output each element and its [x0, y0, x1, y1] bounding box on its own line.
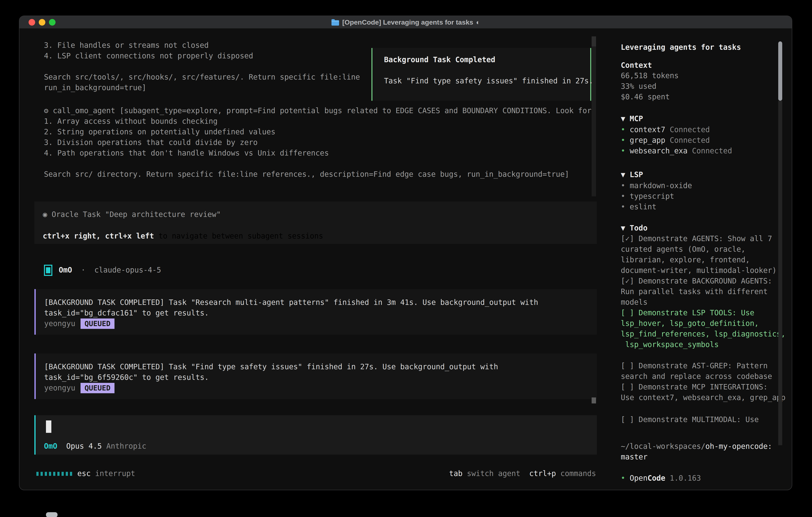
agent-name: OmO: [59, 266, 72, 274]
todo-line-active: lsp_hover, lsp_goto_definition,: [621, 318, 759, 329]
main-scrollbar-track[interactable]: [591, 36, 596, 196]
todo-line: [ ] Demonstrate MCP INTEGRATIONS:: [621, 382, 767, 392]
oracle-task-line: ◉ Oracle Task "Deep architecture review": [43, 209, 221, 220]
todo-line-active: [ ] Demonstrate LSP TOOLS: Use: [621, 307, 754, 318]
mcp-section-header[interactable]: ▼ MCP: [621, 113, 643, 124]
mcp-item: • context7 Connected: [621, 124, 710, 135]
oracle-hint-line: ctrl+x right, ctrl+x left to navigate be…: [43, 231, 323, 241]
tool-call-tail: Search src/ directory. Return specific f…: [44, 169, 569, 180]
desktop: [OpenCode] Leveraging agents for tasks ◐…: [0, 0, 812, 517]
todo-section-header[interactable]: ▼ Todo: [621, 223, 647, 233]
workspace-branch: master: [621, 452, 647, 462]
text-cursor: [46, 420, 51, 433]
lsp-name: eslint: [630, 202, 657, 211]
input-provider: Anthropic: [106, 442, 146, 451]
status-badge: QUEUED: [81, 319, 115, 329]
status-badge: QUEUED: [81, 383, 115, 393]
main-scrollbar-thumb[interactable]: [591, 36, 596, 46]
transcript-line: 4. LSP client connections not properly d…: [44, 51, 253, 61]
record-icon: ◉: [43, 210, 47, 219]
agent-avatar-icon: [44, 265, 52, 276]
context-header: Context: [621, 60, 652, 71]
author-name: yeongyu: [44, 319, 75, 328]
transcript-line: run_in_background=true]: [44, 82, 146, 93]
input-model: Opus 4.5: [66, 442, 102, 451]
statusbar-right: tab switch agent ctrl+p commands: [449, 468, 596, 479]
workspace-path: ~/local-workspaces/oh-my-opencode:: [621, 441, 772, 452]
status-dot-icon: •: [621, 146, 625, 155]
mcp-status: Connected: [670, 136, 710, 144]
task-line-1: [BACKGROUND TASK COMPLETED] Task "Resear…: [44, 297, 538, 308]
lsp-name: markdown-oxide: [630, 181, 692, 190]
sidebar-scrollbar-track[interactable]: [778, 101, 782, 445]
todo-line-active: lsp_workspace_symbols: [621, 339, 719, 350]
status-dot-icon: •: [621, 474, 625, 483]
author-name: yeongyu: [44, 384, 75, 392]
background-task-message[interactable]: [BACKGROUND TASK COMPLETED] Task "Find t…: [34, 353, 597, 399]
app-name-bold: Code: [647, 474, 665, 483]
proxy-status-icon: ◐: [476, 19, 480, 26]
bullet-icon: •: [621, 181, 625, 190]
mcp-name: context7: [630, 125, 665, 134]
tool-call-item: 2. String operations on potentially unde…: [44, 127, 275, 137]
esc-label: interrupt: [95, 469, 135, 478]
ctrlp-key: ctrl+p: [529, 469, 556, 478]
path-prefix: ~/local-workspaces/: [621, 442, 705, 451]
input-agent: OmO: [44, 442, 57, 451]
background-task-message[interactable]: [BACKGROUND TASK COMPLETED] Task "Resear…: [34, 289, 597, 335]
lsp-section-header[interactable]: ▼ LSP: [621, 169, 643, 180]
esc-key: esc: [77, 469, 91, 478]
todo-line: models: [621, 297, 647, 307]
window-titlebar[interactable]: [OpenCode] Leveraging agents for tasks ◐: [19, 16, 792, 28]
minimize-button[interactable]: [39, 19, 46, 26]
lsp-item: • typescript: [621, 191, 674, 201]
mcp-item: • websearch_exa Connected: [621, 145, 732, 156]
close-button[interactable]: [29, 19, 35, 26]
task-line-2: task_id="bg_6f59260c" to get results.: [44, 372, 209, 383]
mcp-status: Connected: [692, 146, 732, 155]
todo-line: [ ] Demonstrate MULTIMODAL: Use: [621, 414, 759, 425]
app-version-line: • OpenCode 1.0.163: [621, 473, 701, 483]
toast-title: Background Task Completed: [384, 54, 495, 65]
zoom-button[interactable]: [49, 19, 56, 26]
context-spent: $0.46 spent: [621, 91, 670, 102]
main-scrollbar-marker[interactable]: [591, 398, 596, 404]
todo-line: [✓] Demonstrate BACKGROUND AGENTS:: [621, 276, 772, 286]
task-line-1: [BACKGROUND TASK COMPLETED] Task "Find t…: [44, 361, 498, 372]
tool-call-item: 4. Path operations that don't handle Win…: [44, 148, 329, 158]
opencode-terminal-window: [OpenCode] Leveraging agents for tasks ◐…: [19, 16, 792, 490]
tab-key: tab: [449, 469, 463, 478]
folder-icon: [331, 19, 340, 26]
session-title: Leveraging agents for tasks: [621, 42, 741, 53]
mcp-name: websearch_exa: [630, 146, 688, 155]
toast-body: Task "Find type safety issues" finished …: [384, 76, 593, 86]
statusbar-left: esc interrupt: [77, 468, 135, 479]
ctrlp-label: commands: [560, 469, 596, 478]
app-version: 1.0.163: [670, 474, 701, 483]
window-title: [OpenCode] Leveraging agents for tasks: [342, 19, 473, 26]
chevron-down-icon: ▼: [621, 114, 625, 123]
mcp-status: Connected: [670, 125, 710, 134]
bullet-icon: •: [621, 202, 625, 211]
path-project: oh-my-opencode:: [705, 442, 772, 451]
sidebar-scrollbar-thumb[interactable]: [778, 42, 782, 101]
mcp-item: • grep_app Connected: [621, 135, 710, 145]
traffic-lights: [29, 16, 56, 28]
todo-line-active: lsp_find_references, lsp_diagnostics,: [621, 329, 785, 339]
input-meta: OmO Opus 4.5 Anthropic: [44, 441, 146, 452]
oracle-task-card[interactable]: ◉ Oracle Task "Deep architecture review"…: [34, 201, 597, 244]
hint-text: to navigate between subagent sessions: [154, 232, 323, 240]
prompt-input[interactable]: OmO Opus 4.5 Anthropic: [34, 415, 597, 455]
agent-header: OmO · claude-opus-4-5: [59, 265, 161, 275]
task-meta: yeongyuQUEUED: [44, 318, 115, 329]
transcript-line: 3. File handles or streams not closed: [44, 40, 209, 51]
tool-call-item: 3. Division operations that could divide…: [44, 137, 258, 148]
dock-hint: [46, 512, 58, 517]
app-name: Open: [630, 474, 647, 483]
spinner-dots: [36, 472, 72, 476]
status-dot-icon: •: [621, 125, 625, 134]
todo-line: librarian, explore, frontend,: [621, 254, 750, 265]
context-used: 33% used: [621, 81, 656, 91]
gear-icon: ⚙: [44, 106, 48, 115]
tool-call-item: 1. Array access without bounds checking: [44, 116, 218, 127]
